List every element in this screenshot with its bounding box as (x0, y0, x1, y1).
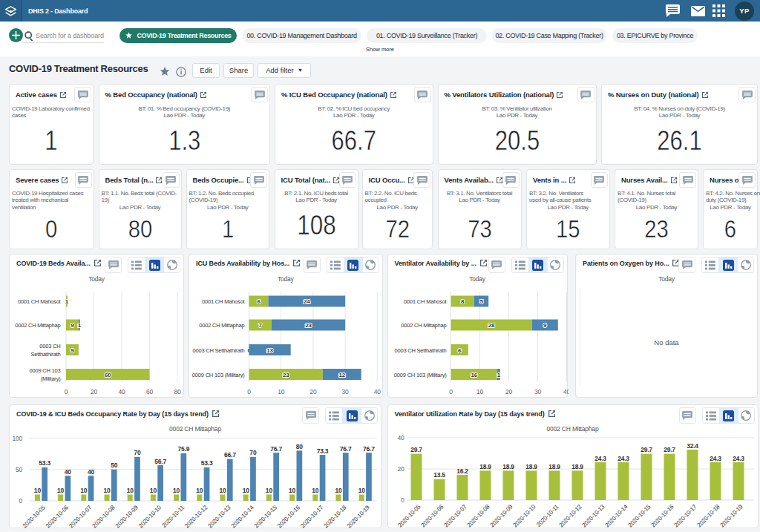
svg-text:73.3: 73.3 (317, 447, 329, 455)
svg-text:13.5: 13.5 (433, 471, 445, 479)
svg-text:18.9: 18.9 (525, 463, 537, 470)
svg-text:80: 80 (296, 443, 304, 450)
svg-text:10: 10 (289, 487, 296, 494)
svg-text:2020-10-15: 2020-10-15 (626, 503, 652, 528)
svg-text:0003 CH Setthathirath: 0003 CH Setthathirath (192, 347, 244, 354)
svg-text:0001 CH Mahosot: 0001 CH Mahosot (18, 298, 62, 305)
svg-text:2020-10-16: 2020-10-16 (649, 503, 675, 528)
svg-text:(Military): (Military) (41, 375, 61, 382)
svg-text:12: 12 (339, 372, 346, 378)
svg-text:0009 CH 103 (Military): 0009 CH 103 (Military) (192, 372, 245, 378)
svg-text:30: 30 (342, 388, 350, 395)
svg-text:10: 10 (312, 487, 319, 494)
svg-text:2020-10-05: 2020-10-05 (396, 503, 422, 528)
svg-text:2020-10-13: 2020-10-13 (580, 503, 606, 528)
svg-text:10: 10 (150, 487, 157, 494)
svg-text:80: 80 (174, 388, 181, 395)
svg-text:2020-10-17: 2020-10-17 (299, 504, 324, 529)
svg-text:100: 100 (12, 435, 22, 442)
svg-text:16.2: 16.2 (456, 467, 468, 475)
svg-text:40: 40 (563, 388, 568, 395)
svg-text:10: 10 (196, 487, 203, 494)
svg-text:10: 10 (266, 487, 273, 494)
svg-text:9: 9 (543, 322, 547, 329)
svg-text:53.3: 53.3 (39, 459, 50, 467)
svg-text:2020-10-08: 2020-10-08 (465, 503, 491, 528)
svg-text:18.9: 18.9 (479, 463, 491, 470)
svg-text:10: 10 (335, 487, 342, 494)
svg-text:60: 60 (146, 388, 154, 395)
svg-text:Setthathirath: Setthathirath (31, 351, 61, 358)
svg-text:2020-10-15: 2020-10-15 (253, 504, 278, 529)
svg-text:0002 CH Mittaphap: 0002 CH Mittaphap (199, 322, 244, 329)
svg-text:24.3: 24.3 (594, 455, 606, 462)
svg-text:10: 10 (103, 487, 111, 494)
svg-text:0003 CH: 0003 CH (39, 343, 60, 349)
svg-text:29.7: 29.7 (641, 446, 652, 453)
svg-text:20: 20 (505, 388, 512, 395)
svg-text:29.7: 29.7 (664, 446, 675, 453)
svg-text:0: 0 (449, 388, 453, 395)
svg-text:2020-10-14: 2020-10-14 (603, 503, 629, 528)
svg-text:0: 0 (400, 496, 404, 504)
svg-text:2020-10-18: 2020-10-18 (695, 503, 721, 528)
svg-text:0009 CH 103: 0009 CH 103 (30, 367, 61, 374)
svg-text:2020-10-10: 2020-10-10 (511, 503, 537, 528)
svg-text:2020-10-06: 2020-10-06 (419, 503, 445, 528)
svg-text:40: 40 (65, 468, 72, 476)
svg-text:10: 10 (358, 487, 366, 494)
svg-text:0001 CH Mahosot: 0001 CH Mahosot (202, 298, 246, 305)
svg-text:2020-10-05: 2020-10-05 (22, 504, 47, 529)
svg-text:28: 28 (488, 322, 494, 329)
svg-text:2020-10-11: 2020-10-11 (534, 503, 560, 528)
svg-text:18.9: 18.9 (502, 463, 514, 470)
svg-text:20: 20 (397, 465, 404, 473)
svg-text:56.7: 56.7 (154, 458, 166, 465)
svg-text:18.9: 18.9 (548, 463, 560, 470)
svg-text:2020-10-07: 2020-10-07 (442, 503, 468, 528)
svg-text:0: 0 (65, 388, 68, 395)
svg-text:2020-10-12: 2020-10-12 (557, 503, 583, 528)
svg-text:24: 24 (304, 298, 310, 305)
svg-text:10: 10 (127, 487, 134, 494)
svg-text:16: 16 (471, 372, 477, 378)
svg-text:32.4: 32.4 (687, 442, 698, 450)
svg-text:0002 CH Mittaphap: 0002 CH Mittaphap (15, 322, 60, 329)
svg-text:10: 10 (57, 487, 65, 494)
svg-text:29.7: 29.7 (410, 446, 422, 453)
svg-text:2020-10-09: 2020-10-09 (114, 504, 140, 529)
svg-text:2020-10-18: 2020-10-18 (323, 504, 348, 529)
svg-text:23: 23 (283, 372, 289, 378)
svg-text:10: 10 (476, 388, 483, 395)
svg-text:6: 6 (458, 347, 462, 354)
svg-text:20: 20 (309, 388, 317, 395)
svg-text:2020-10-14: 2020-10-14 (230, 504, 255, 529)
svg-text:75.9: 75.9 (177, 445, 189, 453)
svg-text:76.7: 76.7 (363, 445, 375, 453)
svg-text:40: 40 (397, 434, 404, 441)
svg-text:24.3: 24.3 (733, 455, 744, 462)
svg-text:40: 40 (118, 388, 125, 395)
svg-text:0009 CH 103 (Military): 0009 CH 103 (Military) (393, 372, 446, 378)
svg-text:10: 10 (219, 487, 226, 494)
svg-text:70: 70 (249, 449, 257, 456)
svg-text:40: 40 (88, 468, 95, 476)
svg-text:2020-10-16: 2020-10-16 (276, 504, 301, 529)
svg-text:1: 1 (497, 372, 500, 378)
svg-text:2020-10-08: 2020-10-08 (91, 504, 117, 529)
svg-text:53.3: 53.3 (201, 459, 213, 467)
svg-text:76.7: 76.7 (270, 445, 282, 453)
svg-text:0003 CH Setthathirath: 0003 CH Setthathirath (394, 347, 446, 354)
svg-text:76.7: 76.7 (340, 445, 352, 453)
svg-text:10: 10 (173, 487, 180, 494)
svg-text:2020-10-17: 2020-10-17 (672, 503, 698, 528)
svg-text:2020-10-12: 2020-10-12 (183, 504, 209, 529)
svg-text:0: 0 (247, 388, 251, 395)
svg-text:24.3: 24.3 (618, 455, 629, 462)
svg-text:1: 1 (78, 322, 82, 329)
svg-text:10: 10 (243, 487, 250, 494)
svg-text:10: 10 (80, 487, 88, 494)
svg-text:30: 30 (534, 388, 541, 395)
svg-text:2020-10-13: 2020-10-13 (207, 504, 232, 529)
svg-text:2020-10-07: 2020-10-07 (68, 504, 93, 529)
